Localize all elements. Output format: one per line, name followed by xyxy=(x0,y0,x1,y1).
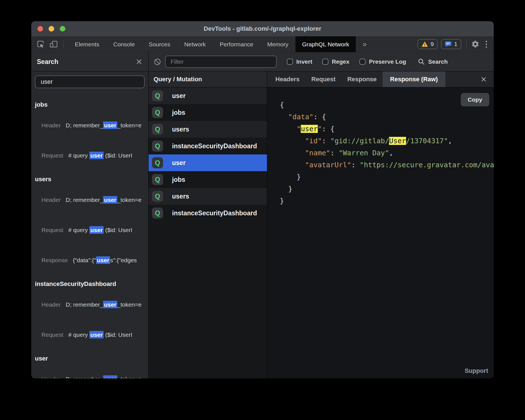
json-code-line: "id": "gid://gitlab/User/13704317", xyxy=(280,135,494,147)
search-results-scroll-area[interactable]: Response{"data":{"user":{"id":"gi jobs H… xyxy=(31,88,148,378)
search-icon xyxy=(418,58,425,65)
query-row-label: user xyxy=(172,92,186,100)
search-result-row[interactable]: HeaderD; remember_user_token=e xyxy=(35,290,148,320)
detail-tab-request[interactable]: Request xyxy=(306,71,342,87)
query-row-jobs[interactable]: Q jobs xyxy=(149,171,267,188)
tab-console[interactable]: Console xyxy=(106,37,142,52)
main-content: Response{"data":{"user":{"id":"gi jobs H… xyxy=(31,71,494,378)
window-titlebar: DevTools - gitlab.com/-/graphql-explorer xyxy=(31,21,494,36)
search-result-row-value: D; remember_user_token=e xyxy=(66,197,142,203)
search-panel-title: Search xyxy=(37,58,58,66)
search-result-row-value: D; remember_user_token=e xyxy=(66,122,142,128)
search-result-row[interactable]: Request# query user ($id: UserI xyxy=(35,320,148,350)
query-row-label: jobs xyxy=(172,109,185,116)
device-toolbar-icon[interactable] xyxy=(49,40,58,48)
tab-network[interactable]: Network xyxy=(177,37,213,52)
message-count: 1 xyxy=(454,41,457,47)
zoom-window-button[interactable] xyxy=(60,26,65,32)
search-result-row-label: Request xyxy=(41,152,63,159)
detail-tab-response-raw[interactable]: Response (Raw) xyxy=(383,71,445,87)
query-type-icon: Q xyxy=(152,157,163,168)
devtools-tabbar: ElementsConsoleSourcesNetworkPerformance… xyxy=(31,36,494,52)
search-toggle[interactable]: Search xyxy=(418,58,448,65)
query-row-user[interactable]: Q user xyxy=(149,87,267,104)
search-result-row-value: {"data":{"users":{"edges xyxy=(73,257,137,263)
detail-tab-headers[interactable]: Headers xyxy=(269,71,306,87)
search-result-row-value: D; remember_user_token=e xyxy=(66,376,142,378)
checkbox-box xyxy=(322,59,328,65)
copy-button[interactable]: Copy xyxy=(461,93,490,106)
detail-tab-response[interactable]: Response xyxy=(342,71,383,87)
search-result-section-title: users xyxy=(35,174,148,185)
tab-sources[interactable]: Sources xyxy=(142,37,177,52)
close-window-button[interactable] xyxy=(37,26,43,32)
traffic-lights xyxy=(31,26,65,32)
search-result-section-title: user xyxy=(35,353,148,364)
checkbox-label: Invert xyxy=(296,58,312,65)
json-code: { "data": { "user": { "id": "gid://gitla… xyxy=(267,87,494,207)
filter-input[interactable] xyxy=(165,56,277,68)
search-result-row-label: Header xyxy=(41,301,61,308)
tab-graphql-network[interactable]: GraphQL Network xyxy=(295,36,356,52)
kebab-menu-icon[interactable] xyxy=(483,41,489,48)
search-panel-header: Search xyxy=(31,52,149,71)
checkbox-box xyxy=(287,59,293,65)
search-result-row[interactable]: HeaderD; remember_user_token=e xyxy=(35,110,148,140)
query-row-instancesecuritydashboard[interactable]: Q instanceSecurityDashboard xyxy=(149,205,267,221)
query-row-user[interactable]: Q user xyxy=(149,154,267,171)
search-result-row-value: # query user ($id: UserI xyxy=(68,227,132,233)
query-row-label: instanceSecurityDashboard xyxy=(172,209,257,217)
query-row-jobs[interactable]: Q jobs xyxy=(149,104,267,121)
query-list-header: Query / Mutation xyxy=(149,71,267,87)
json-code-line: } xyxy=(280,183,494,195)
query-row-label: user xyxy=(172,159,186,167)
search-input[interactable] xyxy=(35,75,145,88)
filter-toolbar: Invert Regex Preserve Log Search xyxy=(149,52,494,71)
search-result-row[interactable]: Request# query user ($id: UserI xyxy=(35,215,148,245)
detail-close-icon[interactable] xyxy=(474,76,494,83)
query-row-label: users xyxy=(172,193,189,200)
checkbox-regex[interactable]: Regex xyxy=(322,58,349,65)
filter-checkboxes: Invert Regex Preserve Log xyxy=(277,58,406,65)
minimize-window-button[interactable] xyxy=(49,26,54,32)
json-code-line: } xyxy=(280,171,494,183)
partial-result-clip: Response{"data":{"user":{"id":"gi xyxy=(35,90,148,96)
messages-badge[interactable]: 1 xyxy=(441,39,461,49)
tab-memory[interactable]: Memory xyxy=(260,37,295,52)
window-title: DevTools - gitlab.com/-/graphql-explorer xyxy=(31,25,494,32)
tab-performance[interactable]: Performance xyxy=(213,37,260,52)
checkbox-label: Regex xyxy=(332,58,349,65)
search-result-row[interactable]: HeaderD; remember_user_token=e xyxy=(35,185,148,215)
search-section-user: user HeaderD; remember_user_token=e Requ… xyxy=(35,353,148,378)
query-type-icon: Q xyxy=(152,124,163,135)
detail-tabs-inactive: HeadersRequestResponse xyxy=(269,71,383,87)
search-result-row[interactable]: Response{"data":{"users":{"edges xyxy=(35,245,148,275)
query-row-users[interactable]: Q users xyxy=(149,121,267,138)
query-list-panel: Query / Mutation Q user Q jobs Q users Q… xyxy=(149,71,267,378)
inspect-element-icon[interactable] xyxy=(36,40,45,48)
checkbox-preserve-log[interactable]: Preserve Log xyxy=(359,58,406,65)
search-result-row-label: Request xyxy=(41,227,63,233)
search-panel: Response{"data":{"user":{"id":"gi jobs H… xyxy=(31,71,149,378)
checkbox-invert[interactable]: Invert xyxy=(287,58,312,65)
search-result-row-value: # query user ($id: UserI xyxy=(68,152,132,159)
clear-filter-icon[interactable] xyxy=(154,58,161,66)
search-result-row[interactable]: Response{"data":{"user":{"id":"gi xyxy=(35,90,148,96)
query-type-icon: Q xyxy=(152,207,163,219)
json-code-line: "data": { xyxy=(280,111,494,123)
warnings-badge[interactable]: 9 xyxy=(417,39,438,49)
search-result-row[interactable]: HeaderD; remember_user_token=e xyxy=(35,364,148,378)
search-result-row[interactable]: Request# query user ($id: UserI xyxy=(35,140,148,171)
search-close-icon[interactable] xyxy=(135,58,143,65)
settings-gear-icon[interactable] xyxy=(471,40,479,48)
search-result-row-label: Response xyxy=(41,257,68,263)
query-row-users[interactable]: Q users xyxy=(149,188,267,205)
query-row-instancesecuritydashboard[interactable]: Q instanceSecurityDashboard xyxy=(149,138,267,154)
search-result-row-label: Request xyxy=(41,331,63,338)
search-result-section-title: jobs xyxy=(35,99,148,110)
support-link[interactable]: Support xyxy=(465,367,488,374)
query-type-icon: Q xyxy=(152,191,163,202)
tab-elements[interactable]: Elements xyxy=(68,37,106,52)
warning-icon xyxy=(421,41,428,47)
more-tabs-chevron-icon[interactable]: » xyxy=(356,40,373,49)
